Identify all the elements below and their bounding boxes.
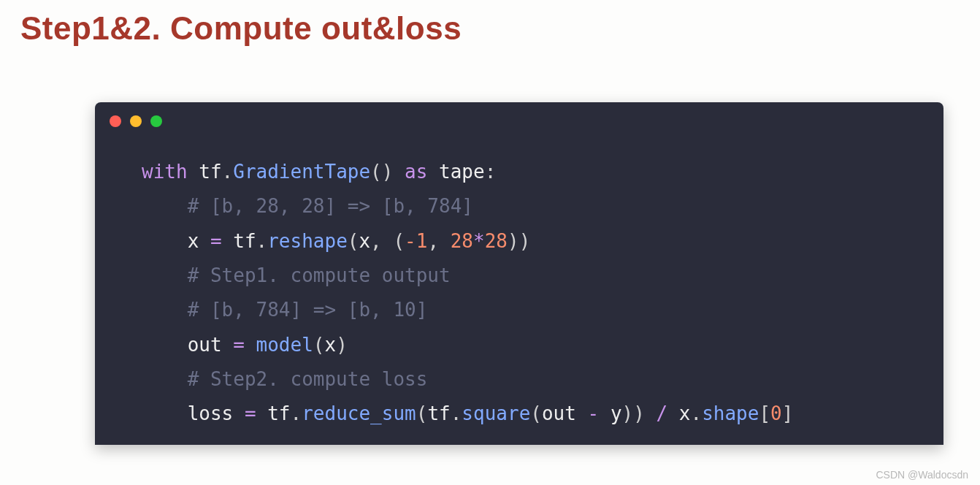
num-neg1: -1 <box>405 230 427 252</box>
op-eq: = <box>222 334 256 356</box>
ident-out: out <box>542 402 576 424</box>
op-eq: = <box>199 230 233 252</box>
ident-tape: tape <box>427 161 484 183</box>
ident-y: y <box>610 402 622 424</box>
parens: () <box>370 161 393 183</box>
code-block: with tf.GradientTape() as tape: # [b, 28… <box>95 137 943 438</box>
rparens2: )) <box>622 402 645 424</box>
ident-out: out <box>188 334 222 356</box>
dot: . <box>291 402 302 424</box>
slide: Step1&2. Compute out&loss with tf.Gradie… <box>0 0 980 485</box>
zoom-icon <box>150 115 162 127</box>
fn-gradienttape: GradientTape <box>233 161 370 183</box>
keyword-with: with <box>142 161 188 183</box>
arg-x: x <box>325 334 337 356</box>
comma-paren: , ( <box>370 230 405 252</box>
code-window: with tf.GradientTape() as tape: # [b, 28… <box>95 102 943 445</box>
op-slash: / <box>645 402 679 424</box>
lparen2: ( <box>530 402 542 424</box>
colon: : <box>485 161 497 183</box>
minimize-icon <box>130 115 142 127</box>
slide-title: Step1&2. Compute out&loss <box>0 0 980 47</box>
num-28b: 28 <box>485 230 508 252</box>
rparens: )) <box>508 230 530 252</box>
lparen: ( <box>348 230 359 252</box>
dot: . <box>256 230 268 252</box>
comment-step2: # Step2. compute loss <box>188 368 428 390</box>
comma: , <box>427 230 450 252</box>
arg-x: x <box>359 230 370 252</box>
close-icon <box>110 115 121 127</box>
lbracket: [ <box>759 402 770 424</box>
ident-tf: tf <box>233 230 256 252</box>
ident-tf2: tf <box>427 402 450 424</box>
op-eq: = <box>233 402 267 424</box>
comment-step1: # Step1. compute output <box>188 264 451 286</box>
dot: . <box>222 161 234 183</box>
ident-loss: loss <box>188 402 234 424</box>
ident-tf: tf <box>199 161 221 183</box>
op-star: * <box>473 230 485 252</box>
fn-reshape: reshape <box>267 230 348 252</box>
window-titlebar <box>95 102 943 137</box>
ident-tf: tf <box>267 402 290 424</box>
num-28: 28 <box>451 230 473 252</box>
rparen: ) <box>336 334 348 356</box>
ident-x: x <box>188 230 199 252</box>
comment-shape1: # [b, 28, 28] => [b, 784] <box>188 195 473 217</box>
op-minus: - <box>576 402 610 424</box>
lparen: ( <box>313 334 325 356</box>
fn-square: square <box>462 402 530 424</box>
attr-shape: shape <box>702 402 759 424</box>
watermark: CSDN @Waldocsdn <box>876 469 968 481</box>
ident-x2: x <box>679 402 691 424</box>
fn-reduce-sum: reduce_sum <box>302 402 416 424</box>
dot3: . <box>690 402 702 424</box>
rbracket: ] <box>782 402 794 424</box>
comment-shape2: # [b, 784] => [b, 10] <box>188 299 428 321</box>
lparen: ( <box>416 402 428 424</box>
dot: . <box>451 402 462 424</box>
fn-model: model <box>256 334 313 356</box>
keyword-as: as <box>393 161 427 183</box>
num-zero: 0 <box>770 402 782 424</box>
